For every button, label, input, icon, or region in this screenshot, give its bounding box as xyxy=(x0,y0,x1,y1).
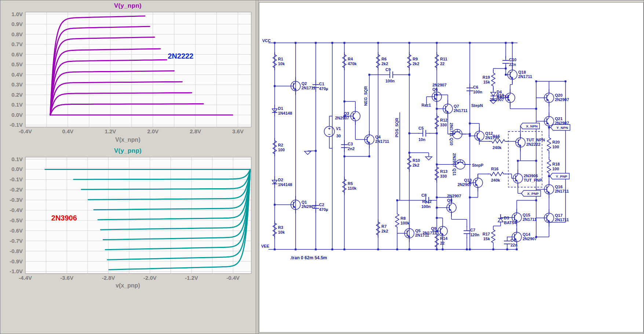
label-R9: R9 xyxy=(413,57,418,61)
component-Q16[interactable] xyxy=(544,181,554,198)
label-Q10: 2N1711 Q10 xyxy=(449,123,454,145)
y-tick-label: 0.0V xyxy=(11,112,23,118)
component-gnd[interactable] xyxy=(425,157,432,160)
device-annotation[interactable]: 2N3906 xyxy=(51,214,77,222)
component-TUT_NPN[interactable] xyxy=(516,134,525,151)
value-Q13: 2N2907 xyxy=(457,182,472,187)
component-R7[interactable] xyxy=(376,219,380,238)
value-Q4: 2N1711 xyxy=(375,139,389,144)
value-R15: 240k xyxy=(493,145,502,150)
component-R10[interactable] xyxy=(407,153,411,172)
value-R7: 2k2 xyxy=(381,229,388,233)
component-R8[interactable] xyxy=(395,211,399,230)
schematic-text-Raz2: Raz2 xyxy=(422,199,432,204)
pnp-plot-title: V(y_pnp) xyxy=(0,147,255,155)
y-tick-label: -0.1V xyxy=(10,176,23,182)
component-R2[interactable] xyxy=(273,138,277,156)
value-D1: 1N4148 xyxy=(278,111,292,115)
label-R18: R18 xyxy=(552,162,560,166)
value-Q20: 2N2907 xyxy=(555,97,569,102)
value-R3: 10k xyxy=(278,230,285,234)
component-R15[interactable] xyxy=(489,140,508,143)
component-R20[interactable] xyxy=(547,135,551,153)
label-R2: R2 xyxy=(278,143,283,147)
y-tick-label: -0.8V xyxy=(10,248,23,254)
net-flag-X_NPN[interactable]: X_NPN xyxy=(520,123,540,129)
value-R1: 10k xyxy=(278,62,285,66)
component-R11[interactable] xyxy=(435,52,439,70)
y-tick-label: -0.7V xyxy=(10,238,23,244)
y-tick-label: 0.1V xyxy=(11,101,23,108)
component-R13[interactable] xyxy=(435,164,439,183)
component-R5[interactable] xyxy=(343,177,346,195)
label-R7: R7 xyxy=(381,224,387,229)
component-R17[interactable] xyxy=(491,227,495,245)
component-gnd[interactable] xyxy=(304,151,311,155)
y-tick-label: -0.2V xyxy=(10,186,23,193)
x-tick-label: 2.8V xyxy=(190,128,201,134)
device-annotation[interactable]: 2N2222 xyxy=(168,52,193,60)
component-C10[interactable] xyxy=(502,56,509,68)
component-R6[interactable] xyxy=(376,52,380,70)
schematic-canvas[interactable]: R110kD11N4148R2100D21N4148R310kQ22N1711Q… xyxy=(259,3,643,332)
label-C1: C1 xyxy=(319,82,324,86)
label-C5: C5 xyxy=(418,126,424,130)
y-tick-label: 1.0V xyxy=(11,11,23,17)
component-Q7[interactable] xyxy=(443,100,453,118)
y-tick-label: 0.3V xyxy=(11,81,23,88)
npn-x-axis-label: V(x_npn) xyxy=(0,137,255,143)
label-R19: R19 xyxy=(483,75,490,79)
schematic-text-StepP: StepP xyxy=(472,163,483,167)
y-tick-label: 0.7V xyxy=(11,41,23,47)
label-R13: R13 xyxy=(440,169,447,174)
net-flag-Y_NPN[interactable]: Y_NPN xyxy=(551,125,570,130)
component-V1[interactable] xyxy=(324,126,334,137)
y-tick-label: 0.2V xyxy=(11,92,23,98)
component-R1[interactable] xyxy=(273,52,277,70)
component-C5[interactable] xyxy=(418,130,430,137)
component-R18[interactable] xyxy=(547,157,551,175)
component-R3[interactable] xyxy=(273,220,277,239)
component-C7[interactable] xyxy=(464,226,470,238)
component-Q19[interactable] xyxy=(505,89,515,107)
pnp-output-plot[interactable]: -4.4V-3.6V-2.8V-2.0V-1.2V-0.4V-1.0V-0.9V… xyxy=(0,156,255,282)
pane-splitter[interactable] xyxy=(256,0,259,334)
value-Q17: 2N1711 xyxy=(555,218,569,222)
component-R12[interactable] xyxy=(435,113,439,131)
component-Q20[interactable] xyxy=(544,89,554,107)
component-C4[interactable] xyxy=(504,237,511,248)
component-Q3[interactable] xyxy=(351,107,360,125)
component-Q12[interactable] xyxy=(475,127,484,145)
value-R13: 330 xyxy=(440,174,447,178)
npn-output-plot[interactable]: -0.4V0.4V1.2V2.0V2.8V3.6V-0.1V0.0V0.1V0.… xyxy=(0,11,255,136)
component-C9[interactable] xyxy=(385,71,397,78)
component-R4[interactable] xyxy=(343,52,346,70)
net-flag-Y_PNP[interactable]: Y_PNP xyxy=(550,173,570,179)
component-Q17[interactable] xyxy=(544,209,554,227)
component-Q18[interactable] xyxy=(508,66,517,84)
component-D3[interactable] xyxy=(498,214,503,226)
svg-text:Y_NPN: Y_NPN xyxy=(556,126,568,130)
value-Q18: 2N1711 xyxy=(518,74,532,79)
label-R10: R10 xyxy=(413,158,420,163)
label-C10: C10 xyxy=(509,57,516,62)
value-R18: 100 xyxy=(552,167,559,171)
label-Q2: Q2 xyxy=(301,81,307,86)
y-tick-label: 0.5V xyxy=(11,61,23,67)
value-C2: 470µ xyxy=(319,207,328,212)
net-flag-X_PNP[interactable]: X_PNP xyxy=(522,190,541,196)
y-tick-label: 0.0V xyxy=(11,166,23,172)
label-R6: R6 xyxy=(381,57,387,61)
value-R2: 100 xyxy=(278,148,285,152)
x-tick-label: -0.4V xyxy=(227,275,240,281)
component-R16[interactable] xyxy=(488,172,506,176)
component-Q4[interactable] xyxy=(365,131,374,148)
component-R19[interactable] xyxy=(491,70,495,89)
component-R9[interactable] xyxy=(407,52,411,70)
schematic-pane[interactable]: R110kD11N4148R2100D21N4148R310kQ22N1711Q… xyxy=(259,2,644,333)
component-Q13[interactable] xyxy=(473,174,483,192)
value-Q3: 2N2907 xyxy=(335,116,349,120)
value-Q9: 2N1711 xyxy=(422,231,436,235)
schematic-text-NEG_SQR: NEG_SQR xyxy=(363,86,368,106)
component-2N3906[interactable] xyxy=(513,170,523,187)
